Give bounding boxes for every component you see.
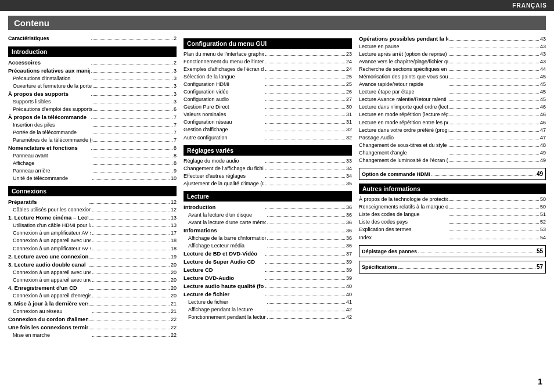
toc-line: Portée de la télécommande7	[8, 129, 177, 136]
autres-infos-header: Autres informations	[359, 184, 546, 194]
toc-label: Lecture dans n'importe quel ordre (lectu…	[359, 103, 448, 111]
toc-line: Précautions relatives aux manipulations3	[8, 67, 177, 75]
toc-dots	[265, 177, 345, 178]
toc-dots	[265, 208, 345, 209]
toc-dots	[265, 85, 345, 86]
toc-page: 47	[540, 134, 546, 142]
toc-page: 53	[540, 226, 546, 233]
toc-dots	[265, 139, 345, 139]
specifications-label: Spécifications	[362, 264, 397, 272]
toc-page: 40	[346, 291, 352, 299]
toc-dots	[93, 157, 173, 157]
toc-label: À propos des supports	[8, 90, 90, 98]
toc-page: 43	[540, 51, 546, 58]
toc-dots	[267, 311, 345, 311]
toc-dots	[449, 100, 539, 101]
toc-label: Changement de l'affichage du fichier en …	[184, 165, 264, 172]
toc-dots	[89, 305, 170, 305]
depistage-label: Dépistage des pannes	[362, 248, 417, 256]
toc-line: Recherche de sections spécifiques en uti…	[359, 66, 546, 73]
toc-page: 33	[346, 157, 352, 165]
toc-label: 5. Mise à jour à la dernière version du …	[8, 300, 88, 308]
toc-line: Liste des codes pays52	[359, 218, 546, 226]
toc-line: Lecture étape par étape45	[359, 88, 546, 96]
toc-page: 43	[540, 35, 546, 43]
toc-dots	[265, 63, 345, 63]
toc-line: Lecture de fichier40	[184, 290, 352, 299]
toc-line: Passage Audio47	[359, 134, 546, 142]
toc-dots	[265, 263, 345, 264]
toc-page: 32	[346, 134, 352, 142]
option-hdmi-line: Option de commande HDMI 49	[359, 168, 546, 181]
toc-line: Accessoires2	[8, 59, 177, 67]
toc-page: 20	[171, 285, 177, 292]
toc-label: Nomenclature et fonctions	[8, 144, 90, 152]
toc-dots	[92, 297, 170, 297]
toc-label: À propos de la télécommande	[8, 113, 90, 121]
toc-line: Insertion des piles7	[8, 121, 177, 129]
right-column: Opérations possibles pendant la lecture4…	[359, 35, 546, 339]
autres-items: À propos de la technologie de protection…	[359, 196, 546, 241]
page-title: Contenu	[8, 16, 546, 30]
toc-dots	[92, 179, 170, 180]
toc-page: 21	[171, 300, 177, 308]
toc-dots	[92, 242, 170, 242]
toc-page: 43	[540, 43, 546, 51]
toc-dots	[265, 93, 345, 93]
toc-line: Avance rapide/retour rapide45	[359, 81, 546, 88]
toc-page: 22	[171, 324, 177, 332]
toc-line: Lecture en pause43	[359, 43, 546, 51]
toc-dots	[89, 289, 170, 290]
toc-label: Lecture DVD-Audio	[184, 274, 264, 282]
toc-line: Câbles utilisés pour les connexions12	[8, 206, 177, 214]
toc-label: Gestion Pure Direct	[184, 103, 264, 111]
toc-label: Connexion à un appareil avec une prise d…	[8, 269, 91, 276]
toc-label: Panneau avant	[8, 152, 92, 160]
toc-page: 6	[174, 106, 177, 113]
toc-page: 13	[171, 222, 177, 229]
toc-page: 42	[346, 306, 352, 314]
toc-dots	[265, 116, 345, 116]
toc-page: 42	[346, 314, 352, 321]
toc-dots	[265, 131, 345, 131]
toc-label: Affichage pendant la lecture	[184, 306, 266, 314]
toc-line: Connexion à un amplificateur AV sans ent…	[8, 245, 177, 253]
toc-line: Affichage pendant la lecture42	[184, 306, 352, 314]
toc-label: Une fois les connexions terminées	[8, 323, 88, 332]
toc-label: Avance rapide/retour rapide	[359, 81, 448, 88]
toc-label: Affichage	[8, 160, 92, 167]
toc-page: 54	[540, 234, 546, 242]
toc-dots	[265, 78, 345, 78]
toc-page: 31	[346, 118, 352, 126]
toc-line: Changement d'angle49	[359, 149, 546, 157]
toc-line: Opérations possibles pendant la lecture4…	[359, 35, 546, 43]
toc-page: 39	[346, 275, 352, 282]
caracteristiques-label: Caractéristiques	[8, 35, 90, 43]
toc-label: Sélection de la langue	[184, 73, 264, 81]
toc-page: 34	[346, 165, 352, 172]
toc-dots	[449, 63, 539, 63]
toc-label: Panneau arrière	[8, 167, 92, 175]
toc-line: À propos de la télécommande7	[8, 113, 177, 121]
toc-line: À propos des supports3	[8, 90, 177, 98]
toc-label: Effectuer d'autres réglages	[184, 172, 264, 180]
toc-line: Configuration vidéo26	[184, 88, 352, 96]
toc-page: 3	[174, 67, 177, 75]
toc-line: Configuration réseau31	[184, 118, 352, 126]
toc-page: 45	[540, 73, 546, 81]
toc-line: Lecture en mode répétition entre les poi…	[359, 119, 546, 127]
toc-label: Insertion des piles	[8, 121, 92, 129]
toc-label: Liste des codes pays	[359, 218, 448, 226]
toc-dots	[92, 312, 170, 313]
toc-dots	[449, 161, 539, 162]
toc-label: Fonctionnement du menu de l'interface gr…	[184, 58, 264, 66]
toc-page: 25	[346, 73, 352, 81]
toc-page: 49	[540, 149, 546, 157]
toc-line: Explication des termes53	[359, 226, 546, 233]
toc-label: Lecture en mode répétition (lecture répé…	[359, 111, 448, 118]
toc-label: Lecture après arrêt (option de reprise)	[359, 51, 448, 58]
toc-label: À propos de la technologie de protection…	[359, 196, 448, 203]
toc-page: 43	[540, 58, 546, 66]
toc-label: Préparatifs	[8, 198, 88, 206]
toc-page: 20	[171, 269, 177, 276]
